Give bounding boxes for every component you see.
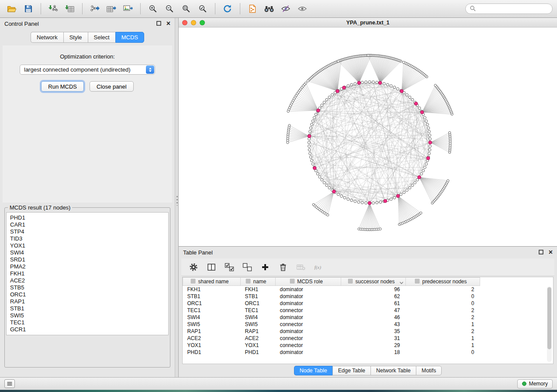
table-cell: dominator <box>276 314 341 321</box>
export-network-icon[interactable] <box>87 2 102 16</box>
refresh-icon[interactable] <box>220 2 235 16</box>
network-view-titlebar[interactable]: YPA_prune.txt_1 <box>179 18 557 28</box>
mcds-result-item[interactable]: PMA2 <box>10 263 165 270</box>
delete-icon[interactable] <box>278 262 288 272</box>
window-minimize-button[interactable] <box>191 20 196 25</box>
memory-button[interactable]: Memory <box>517 379 553 389</box>
table-cell: 2 <box>406 328 480 335</box>
gear-icon[interactable] <box>188 262 199 272</box>
mcds-result-item[interactable]: GCR1 <box>10 326 165 333</box>
run-mcds-button[interactable]: Run MCDS <box>41 81 84 92</box>
show-details-icon[interactable] <box>295 2 310 16</box>
import-table-icon[interactable] <box>62 2 77 16</box>
mcds-result-item[interactable]: STB5 <box>10 284 165 291</box>
mcds-result-item[interactable]: YOX1 <box>10 242 165 249</box>
save-icon[interactable] <box>21 2 36 16</box>
table-cell: 0 <box>406 293 480 300</box>
column-header-successor-nodes[interactable]: successor nodes <box>341 278 406 286</box>
mcds-result-list[interactable]: PHD1CAR1STP4TID3YOX1SWI4SRD1PMA2FKH1ACE2… <box>6 212 169 335</box>
float-panel-icon[interactable] <box>156 21 161 27</box>
mcds-result-item[interactable]: ORC1 <box>10 291 165 298</box>
float-table-panel-icon[interactable] <box>539 249 543 256</box>
mcds-result-item[interactable]: FKH1 <box>10 270 165 277</box>
hide-details-icon[interactable] <box>278 2 293 16</box>
export-table-icon[interactable] <box>104 2 119 16</box>
mcds-result-item[interactable]: CAR1 <box>10 221 165 228</box>
search-field[interactable] <box>465 3 553 14</box>
select-all-icon[interactable] <box>224 262 235 272</box>
deselect-all-icon[interactable] <box>242 262 253 272</box>
close-panel-button[interactable]: Close panel <box>90 81 134 92</box>
export-image-icon[interactable] <box>121 2 135 16</box>
column-header-name[interactable]: name <box>241 278 276 286</box>
table-cell: STB1 <box>183 293 241 300</box>
close-table-panel-icon[interactable]: × <box>549 250 553 255</box>
mcds-result-item[interactable]: SWI5 <box>10 312 165 319</box>
table-row[interactable]: FKH1FKH1dominator962 <box>183 286 480 293</box>
find-icon[interactable] <box>262 2 277 16</box>
table-cell: ACE2 <box>241 335 276 342</box>
table-cell: 1 <box>406 335 480 342</box>
open-icon[interactable] <box>4 2 19 16</box>
tab-select[interactable]: Select <box>88 32 115 43</box>
new-network-from-selection-icon[interactable] <box>245 2 260 16</box>
table-row[interactable]: STB1STB1dominator620 <box>183 293 480 300</box>
tab-mcds[interactable]: MCDS <box>115 32 144 43</box>
mcds-panel: Optimization criterion: largest connecte… <box>3 45 172 203</box>
table-tab-network-table[interactable]: Network Table <box>370 366 416 375</box>
mcds-result-item[interactable]: ACE2 <box>10 277 165 284</box>
close-panel-icon[interactable]: × <box>166 21 170 26</box>
mcds-result-item[interactable]: RAP1 <box>10 298 165 305</box>
mcds-result-item[interactable]: PHD1 <box>10 214 165 221</box>
table-cell: TEC1 <box>183 307 241 314</box>
zoom-fit-icon[interactable] <box>179 2 194 16</box>
add-icon[interactable] <box>260 262 270 272</box>
table-row[interactable]: ORC1ORC1dominator610 <box>183 300 480 307</box>
table-cell: dominator <box>276 349 341 356</box>
window-zoom-button[interactable] <box>200 20 205 25</box>
mcds-result-item[interactable]: TID3 <box>10 235 165 242</box>
mcds-result-item[interactable]: TEC1 <box>10 319 165 326</box>
panel-splitter[interactable] <box>175 18 179 377</box>
table-row[interactable]: ACE2ACE2connector311 <box>183 335 480 342</box>
table-cell: YOX1 <box>183 342 241 349</box>
table-row[interactable]: YOX1YOX1connector291 <box>183 342 480 349</box>
column-header-mcds-role[interactable]: MCDS role <box>276 278 341 286</box>
column-header-shared-name[interactable]: shared name <box>183 278 241 286</box>
table-tab-node-table[interactable]: Node Table <box>294 366 332 375</box>
table-tab-motifs[interactable]: Motifs <box>416 366 442 375</box>
columns-icon[interactable] <box>206 262 217 272</box>
mcds-result-item[interactable]: SRD1 <box>10 256 165 263</box>
table-tab-edge-table[interactable]: Edge Table <box>332 366 370 375</box>
main-area: Control Panel × NetworkStyleSelectMCDS O… <box>0 18 557 377</box>
mcds-result-item[interactable]: SWI4 <box>10 249 165 256</box>
import-network-icon[interactable] <box>46 2 61 16</box>
column-header-predecessor-nodes[interactable]: predecessor nodes <box>406 278 480 286</box>
table-cell: SWI5 <box>241 321 276 328</box>
show-panels-button[interactable] <box>4 379 15 388</box>
mcds-result-item[interactable]: STB1 <box>10 305 165 312</box>
network-canvas[interactable] <box>179 28 557 246</box>
table-row[interactable]: SWI5SWI5connector431 <box>183 321 480 328</box>
table-row[interactable]: SWI4SWI4dominator462 <box>183 314 480 321</box>
table-row[interactable]: TEC1TEC1connector472 <box>183 307 480 314</box>
tab-style[interactable]: Style <box>63 32 88 43</box>
criterion-dropdown[interactable]: largest connected component (undirected) <box>20 65 155 75</box>
window-close-button[interactable] <box>182 20 187 25</box>
table-scrollbar-thumb[interactable] <box>547 287 551 349</box>
column-grid-icon <box>246 279 250 285</box>
zoom-in-icon[interactable] <box>145 2 160 16</box>
node-table-container: shared namenameMCDS rolesuccessor nodesp… <box>182 277 554 364</box>
zoom-selected-icon[interactable] <box>195 2 210 16</box>
mcds-result-item[interactable]: STP4 <box>10 228 165 235</box>
table-cell: PHD1 <box>183 349 241 356</box>
column-header-label: MCDS role <box>297 279 323 285</box>
table-cell: 2 <box>406 314 480 321</box>
search-input[interactable] <box>478 6 548 12</box>
zoom-out-icon[interactable] <box>162 2 177 16</box>
table-row[interactable]: PHD1PHD1dominator180 <box>183 349 480 356</box>
tab-network[interactable]: Network <box>31 32 63 43</box>
table-row[interactable]: RAP1RAP1dominator352 <box>183 328 480 335</box>
table-scrollbar[interactable] <box>547 286 552 362</box>
sort-caret-icon[interactable] <box>399 280 404 286</box>
